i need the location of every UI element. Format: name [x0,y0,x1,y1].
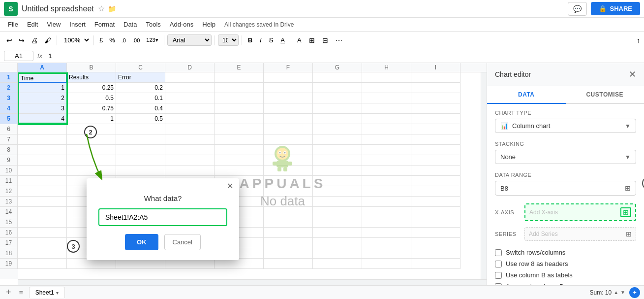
cell-a9[interactable] [18,155,67,166]
chart-type-select[interactable]: 📊 Column chart ▼ [495,119,636,133]
cell-a7[interactable] [18,134,67,145]
cell-e2[interactable] [215,83,264,93]
undo-button[interactable]: ↩ [4,34,15,46]
row-num-7[interactable]: 7 [0,134,18,145]
cell-d6[interactable] [165,124,215,134]
cell-a12[interactable] [18,186,67,197]
col-header-g[interactable]: G [313,63,362,72]
cell-f14[interactable] [264,207,313,217]
cell-c19[interactable] [116,259,165,269]
col-header-i[interactable]: I [411,63,460,72]
cell-e19[interactable] [215,259,264,269]
menu-format[interactable]: Format [91,19,119,30]
cell-a16[interactable] [18,228,67,238]
menu-view[interactable]: View [43,19,64,30]
cell-d19[interactable] [165,259,215,269]
cell-b9[interactable] [67,155,116,166]
dialog-close-button[interactable]: ✕ [227,182,233,190]
row-num-10[interactable]: 10 [0,166,18,176]
row-num-15[interactable]: 15 [0,217,18,228]
cell-d4[interactable] [165,103,215,114]
use-row-headers-checkbox[interactable] [495,261,502,267]
cell-b10[interactable] [67,166,116,176]
cell-i16[interactable] [411,228,460,238]
x-axis-grid-icon[interactable]: ⊞ [620,207,631,217]
cell-h4[interactable] [362,103,411,114]
series-input[interactable]: Add Series ⊞ [524,227,636,241]
cell-a8[interactable] [18,145,67,155]
cell-g4[interactable] [313,103,362,114]
cell-c5[interactable]: 0.5 [116,114,165,124]
cell-f4[interactable] [264,103,313,114]
text-color-button[interactable]: A [277,34,288,46]
data-range-input[interactable]: B8 ⊞ [495,181,636,196]
cell-f8[interactable] [264,145,313,155]
row-num-16[interactable]: 16 [0,228,18,238]
cell-i14[interactable] [411,207,460,217]
row-num-1[interactable]: 1 [0,72,18,83]
cell-g6[interactable] [313,124,362,134]
cell-d2[interactable] [165,83,215,93]
cell-i18[interactable] [411,248,460,259]
cell-a15[interactable] [18,217,67,228]
menu-insert[interactable]: Insert [65,19,90,30]
cell-a18[interactable] [18,248,67,259]
cell-i12[interactable] [411,186,460,197]
cell-i9[interactable] [411,155,460,166]
zoom-select[interactable]: 100% [60,35,91,45]
cell-e5[interactable] [215,114,264,124]
cell-d5[interactable] [165,114,215,124]
cell-e3[interactable] [215,93,264,103]
cell-c3[interactable]: 0.1 [116,93,165,103]
cell-h17[interactable] [362,238,411,248]
cell-b4[interactable]: 0.75 [67,103,116,114]
menu-addons[interactable]: Add-ons [166,19,197,30]
cell-f2[interactable] [264,83,313,93]
explore-icon[interactable]: ✦ [629,287,640,298]
cell-a2[interactable]: 1 [18,83,67,93]
cell-f7[interactable] [264,134,313,145]
cell-i5[interactable] [411,114,460,124]
formula-input[interactable] [46,51,640,61]
menu-edit[interactable]: Edit [23,19,42,30]
cell-i15[interactable] [411,217,460,228]
cell-a17[interactable] [18,238,67,248]
cell-reference[interactable] [4,51,33,61]
cell-g10[interactable] [313,166,362,176]
cell-i6[interactable] [411,124,460,134]
fill-color-button[interactable]: A [294,34,305,46]
cell-g13[interactable] [313,197,362,207]
row-num-13[interactable]: 13 [0,197,18,207]
tab-data[interactable]: DATA [487,86,566,104]
cell-a19[interactable] [18,259,67,269]
cell-d1[interactable] [165,72,215,83]
row-num-9[interactable]: 9 [0,155,18,166]
cell-c9[interactable] [116,155,165,166]
dialog-ok-button[interactable]: OK [125,234,158,250]
cell-i3[interactable] [411,93,460,103]
decimal-dec-button[interactable]: .0 [119,35,128,45]
vertical-scrollbar[interactable] [481,72,487,279]
cell-i4[interactable] [411,103,460,114]
menu-tools[interactable]: Tools [142,19,164,30]
row-num-12[interactable]: 12 [0,186,18,197]
cell-i2[interactable] [411,83,460,93]
cell-h15[interactable] [362,217,411,228]
cell-g15[interactable] [313,217,362,228]
cell-g7[interactable] [313,134,362,145]
star-icon[interactable]: ☆ [98,4,105,13]
cell-f19[interactable] [264,259,313,269]
cell-c2[interactable]: 0.2 [116,83,165,93]
chart-editor-close[interactable]: ✕ [629,69,636,80]
chat-button[interactable]: 💬 [568,2,587,16]
cell-h14[interactable] [362,207,411,217]
cell-h19[interactable] [362,259,411,269]
row-num-2[interactable]: 2 [0,83,18,93]
cell-d3[interactable] [165,93,215,103]
borders-button[interactable]: ⊞ [306,34,318,46]
use-column-labels-checkbox[interactable] [495,272,502,279]
row-num-3[interactable]: 3 [0,93,18,103]
print-button[interactable]: 🖨 [29,34,40,46]
row-num-18[interactable]: 18 [0,248,18,259]
cell-a1[interactable]: Time [18,72,67,83]
